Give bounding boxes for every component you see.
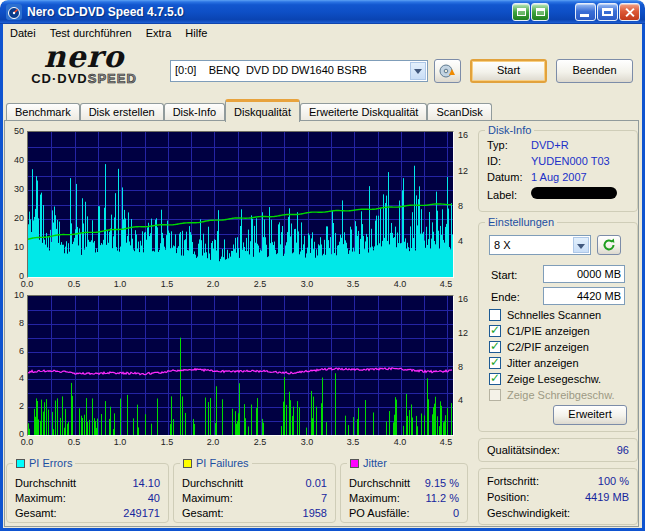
axis-tick-label: 16	[458, 294, 468, 304]
axis-tick-label: 2.5	[250, 437, 270, 447]
start-button[interactable]: Start	[470, 59, 547, 83]
position-row: Position: 4419 MB	[487, 491, 629, 504]
erweitert-button-label: Erweitert	[568, 408, 611, 420]
axis-tick-label: 4.0	[390, 279, 410, 289]
end-mb-label: Ende:	[491, 291, 520, 303]
tab-scandisk[interactable]: ScanDisk	[427, 103, 491, 120]
eject-disc-icon	[439, 64, 456, 79]
axis-tick-label: 10	[14, 242, 24, 252]
start-mb-label: Start:	[491, 269, 517, 281]
speed-select[interactable]: 8 X	[489, 235, 591, 255]
drive-select-value: [0:0] BENQ DVD DD DW1640 BSRB	[175, 64, 367, 76]
axis-tick-label: 3.5	[343, 437, 363, 447]
disk-id-label: ID:	[487, 155, 501, 167]
nero-logo-subtitle: CD·DVDSPEED	[10, 72, 158, 86]
progress-label: Fortschritt:	[487, 475, 539, 487]
tab-disk-erstellen[interactable]: Disk erstellen	[80, 103, 164, 120]
close-button[interactable]	[619, 3, 640, 21]
minimize-button[interactable]	[575, 3, 596, 21]
axis-tick-label: 2	[19, 401, 24, 411]
end-mb-field[interactable]	[543, 287, 625, 305]
menu-datei[interactable]: Datei	[3, 26, 43, 40]
eject-disc-button[interactable]	[434, 59, 461, 83]
pi-failures-color-swatch	[183, 459, 192, 468]
quality-index-row: Qualitätsindex: 96	[487, 444, 629, 457]
axis-tick-label: 4	[458, 236, 463, 246]
axis-tick-label: 0.0	[17, 279, 37, 289]
chevron-down-icon	[414, 69, 422, 78]
tab-erweiterte-diskqualitaet[interactable]: Erweiterte Diskqualität	[300, 103, 427, 120]
checkmark-icon: ✓	[490, 339, 500, 353]
position-label: Position:	[487, 491, 529, 503]
checkmark-icon: ✓	[490, 371, 500, 385]
beenden-button[interactable]: Beenden	[556, 59, 633, 83]
tab-benchmark[interactable]: Benchmark	[6, 103, 80, 120]
nero-logo-script: nero	[10, 42, 158, 72]
disk-date-row: Datum: 1 Aug 2007	[487, 171, 629, 184]
menu-test-durchfuehren[interactable]: Test durchführen	[43, 26, 139, 40]
pi-errors-stats-group: PI Errors Durchschnitt14.10 Maximum:40 G…	[6, 463, 169, 523]
checkbox-box: ✓	[489, 341, 501, 353]
axis-tick-label: 8	[458, 362, 463, 372]
refresh-disc-button[interactable]	[597, 235, 621, 255]
disk-info-group: Disk-Info Typ: DVD+R ID: YUDEN000 T03 Da…	[478, 130, 638, 212]
stat-value: 1958	[303, 507, 327, 519]
position-value: 4419 MB	[585, 491, 629, 503]
axis-tick-label: 1.5	[157, 437, 177, 447]
stat-label: Durchschnitt	[182, 477, 243, 489]
chevron-down-icon	[577, 244, 585, 253]
drive-select-arrow[interactable]	[410, 62, 426, 80]
maximize-button[interactable]	[597, 3, 618, 21]
stat-label: Maximum:	[349, 492, 400, 504]
tab-diskqualitaet[interactable]: Diskqualität	[225, 99, 300, 122]
stat-value: 14.10	[132, 477, 160, 489]
axis-tick-label: 20	[14, 213, 24, 223]
axis-tick-label: 3.5	[343, 279, 363, 289]
speed-select-value: 8 X	[494, 239, 511, 251]
checkbox-label: C2/PIF anzeigen	[507, 341, 589, 353]
pi-errors-stats-caption: PI Errors	[13, 457, 75, 469]
axis-tick-label: 4	[19, 373, 24, 383]
stat-label: Durchschnitt	[15, 477, 76, 489]
checkbox-box: ✓	[489, 325, 501, 337]
speed-right-axis-2: 481216	[456, 295, 470, 434]
menu-extra[interactable]: Extra	[139, 26, 179, 40]
checkbox-label: Schnelles Scannen	[507, 309, 601, 321]
axis-tick-label: 12	[458, 166, 468, 176]
erweitert-button[interactable]: Erweitert	[553, 405, 627, 425]
axis-tick-label: 4	[458, 395, 463, 405]
menu-hilfe[interactable]: Hilfe	[178, 26, 214, 40]
checkmark-icon: ✓	[490, 355, 500, 369]
titlebar-extra-button-2[interactable]	[531, 3, 549, 21]
axis-tick-label: 1.0	[110, 279, 130, 289]
quality-index-label: Qualitätsindex:	[487, 444, 560, 456]
stat-value: 7	[321, 492, 327, 504]
speed-select-arrow[interactable]	[573, 237, 589, 253]
start-button-label: Start	[497, 64, 520, 76]
axis-tick-label: 30	[14, 184, 24, 194]
checkbox-label: Jitter anzeigen	[507, 357, 579, 369]
stat-label: Durchschnitt	[349, 477, 410, 489]
titlebar-extra-button-1[interactable]	[512, 3, 530, 21]
disk-date-value: 1 Aug 2007	[531, 171, 587, 183]
minimize-icon	[580, 14, 589, 17]
pi-errors-chart-block: 01020304050 481216 0.00.51.01.52.02.53.0…	[6, 126, 468, 292]
jitter-stats-title: Jitter	[363, 457, 387, 469]
progress-group: Fortschritt: 100 % Position: 4419 MB Ges…	[478, 468, 638, 525]
checkbox-box: ✓	[489, 357, 501, 369]
pi-errors-x-axis: 0.00.51.01.52.02.53.03.54.04.5	[27, 279, 454, 290]
settings-caption: Einstellungen	[485, 216, 557, 228]
tab-disk-info[interactable]: Disk-Info	[164, 103, 225, 120]
axis-tick-label: 0.0	[17, 437, 37, 447]
refresh-icon	[602, 238, 616, 252]
disk-id-value: YUDEN000 T03	[531, 155, 610, 167]
drive-select[interactable]: [0:0] BENQ DVD DD DW1640 BSRB	[170, 60, 428, 82]
pi-failures-x-axis: 0.00.51.01.52.02.53.03.54.04.5	[27, 437, 454, 448]
disk-label-row: Label:	[487, 189, 629, 202]
stat-label: Gesamt:	[15, 507, 57, 519]
start-mb-field[interactable]	[543, 265, 625, 283]
pi-failures-chart-block: 0246810 481216 0.00.51.01.52.02.53.03.54…	[6, 290, 468, 450]
disk-label-censored-bar	[531, 187, 617, 199]
jitter-color-swatch	[350, 459, 359, 468]
axis-tick-label: 0.5	[64, 437, 84, 447]
